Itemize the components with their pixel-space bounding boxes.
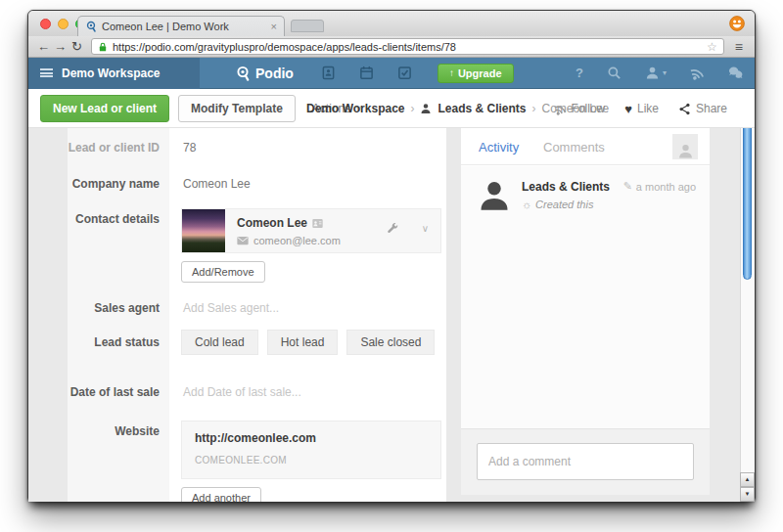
- item-fields-card: Lead or client ID 78 Company name Comeon…: [68, 128, 446, 502]
- website-domain: COMEONLEE.COM: [195, 455, 287, 466]
- new-item-button[interactable]: New Lead or client: [40, 95, 169, 122]
- page-content: Lead or client ID 78 Company name Comeon…: [28, 128, 755, 502]
- browser-toolbar: ← → ↻ https://podio.com/gravitypluspro/d…: [28, 36, 755, 58]
- follow-label: Follow: [572, 102, 606, 115]
- back-button[interactable]: ←: [35, 40, 52, 53]
- scroll-down-icon[interactable]: ▼: [740, 487, 755, 502]
- activity-time: a month ago: [636, 181, 696, 193]
- wrench-icon[interactable]: [387, 223, 399, 236]
- screenshot-stage: Comeon Lee | Demo Work × ← → ↻ https://p…: [0, 0, 783, 532]
- user-icon: [645, 66, 660, 80]
- reload-button[interactable]: ↻: [69, 40, 85, 53]
- last-sale-field[interactable]: Add Date of last sale...: [183, 385, 301, 399]
- add-another-button[interactable]: Add another: [181, 487, 261, 502]
- status-option-closed[interactable]: Sale closed: [346, 330, 435, 355]
- navbar-right-icons: ? ▾: [576, 66, 755, 80]
- field-label-last-sale: Date of last sale: [68, 385, 160, 399]
- minimize-window-button[interactable]: [58, 19, 69, 29]
- help-button[interactable]: ?: [576, 66, 583, 80]
- account-menu[interactable]: ▾: [645, 66, 667, 80]
- workspace-switcher[interactable]: Demo Workspace: [28, 58, 200, 89]
- share-label: Share: [696, 102, 727, 115]
- podio-favicon-icon: [85, 21, 97, 32]
- navbar-app-icons: [321, 66, 412, 80]
- contact-name: Comeon Lee: [237, 216, 307, 230]
- activity-tabs: Activity Comments: [461, 128, 710, 165]
- secure-lock-icon: [98, 42, 108, 52]
- created-icon: ☼: [522, 199, 531, 210]
- profile-smiley-icon[interactable]: [729, 16, 745, 31]
- comment-section: [461, 428, 710, 495]
- action-bar: New Lead or client Modify Template Actio…: [28, 89, 755, 128]
- hamburger-menu-icon: [40, 68, 53, 77]
- podio-navbar: Demo Workspace Podio ↑ Upgrade ? ▾: [28, 58, 755, 89]
- status-option-hot[interactable]: Hot lead: [267, 330, 339, 355]
- field-value-company[interactable]: Comeon Lee: [183, 177, 251, 191]
- share-icon: [678, 103, 691, 115]
- breadcrumb-separator: ›: [410, 102, 414, 115]
- email-icon: [237, 236, 249, 245]
- browser-menu-icon[interactable]: ≡: [735, 39, 743, 55]
- field-label-company: Company name: [68, 177, 160, 191]
- website-card[interactable]: http://comeonlee.com COMEONLEE.COM: [181, 421, 441, 479]
- contact-badge-icon: [312, 218, 323, 229]
- tab-activity[interactable]: Activity: [479, 140, 519, 155]
- chat-icon[interactable]: [728, 66, 743, 80]
- modify-template-button[interactable]: Modify Template: [178, 95, 296, 122]
- contacts-icon[interactable]: [321, 66, 336, 80]
- breadcrumb-app[interactable]: Leads & Clients: [438, 102, 526, 115]
- calendar-icon[interactable]: [359, 66, 374, 80]
- breadcrumb-workspace[interactable]: Demo Workspace: [306, 102, 404, 115]
- upgrade-button[interactable]: ↑ Upgrade: [438, 64, 514, 83]
- app-avatar-icon: [477, 178, 512, 213]
- activity-action: Created this: [535, 199, 593, 210]
- address-bar[interactable]: https://podio.com/gravitypluspro/demospa…: [91, 38, 724, 55]
- person-icon: [677, 143, 694, 159]
- status-option-cold[interactable]: Cold lead: [181, 330, 258, 355]
- url-text: https://podio.com/gravitypluspro/demospa…: [113, 41, 702, 53]
- brand-name: Podio: [255, 66, 294, 81]
- pencil-icon: ✎: [623, 180, 632, 193]
- tab-comments[interactable]: Comments: [543, 140, 605, 155]
- chevron-down-icon[interactable]: ∨: [422, 223, 429, 234]
- add-remove-button[interactable]: Add/Remove: [181, 261, 265, 283]
- field-label-contact: Contact details: [68, 212, 160, 226]
- chevron-down-icon: ▾: [663, 68, 667, 77]
- page-scrollbar[interactable]: ▲ ▼: [740, 128, 755, 502]
- podio-logo[interactable]: Podio: [235, 66, 294, 81]
- bookmark-star-icon[interactable]: ☆: [707, 40, 717, 54]
- tab-title: Comeon Lee | Demo Work: [102, 21, 266, 32]
- search-icon[interactable]: [607, 66, 622, 80]
- scroll-up-icon[interactable]: ▲: [740, 472, 755, 487]
- follow-feed-icon: [554, 103, 567, 115]
- upgrade-arrow-icon: ↑: [449, 67, 454, 78]
- contact-email: comeon@lee.com: [253, 235, 341, 246]
- contact-card[interactable]: Comeon Lee comeon@lee.com ∨: [181, 208, 441, 253]
- share-button[interactable]: Share: [678, 102, 727, 115]
- field-label-sales-agent: Sales agent: [68, 301, 160, 315]
- new-tab-button[interactable]: [291, 20, 324, 32]
- website-url[interactable]: http://comeonlee.com: [195, 431, 316, 445]
- contact-photo: [182, 209, 225, 252]
- titlebar: Comeon Lee | Demo Work ×: [28, 11, 755, 36]
- tasks-icon[interactable]: [397, 66, 412, 80]
- lead-status-options: Cold lead Hot lead Sale closed: [181, 330, 435, 355]
- follow-button[interactable]: Follow: [554, 102, 606, 115]
- sales-agent-field[interactable]: Add Sales agent...: [183, 301, 279, 315]
- activity-feed: Leads & Clients ☼ Created this ✎ a month…: [461, 166, 710, 428]
- like-label: Like: [637, 102, 659, 115]
- item-actions: Follow ♥ Like Share: [554, 89, 727, 128]
- browser-tab[interactable]: Comeon Lee | Demo Work ×: [77, 16, 285, 36]
- scrollbar-thumb[interactable]: [743, 128, 752, 280]
- forward-button[interactable]: →: [52, 40, 69, 53]
- close-window-button[interactable]: [40, 19, 51, 29]
- app-person-icon: [420, 103, 432, 114]
- upgrade-label: Upgrade: [458, 67, 502, 79]
- comment-input[interactable]: [477, 443, 694, 480]
- notifications-icon[interactable]: [690, 66, 705, 80]
- activity-author[interactable]: Leads & Clients: [522, 180, 610, 194]
- workspace-name: Demo Workspace: [62, 66, 160, 80]
- heart-icon: ♥: [624, 102, 632, 116]
- like-button[interactable]: ♥ Like: [624, 102, 659, 116]
- tab-close-icon[interactable]: ×: [271, 21, 277, 32]
